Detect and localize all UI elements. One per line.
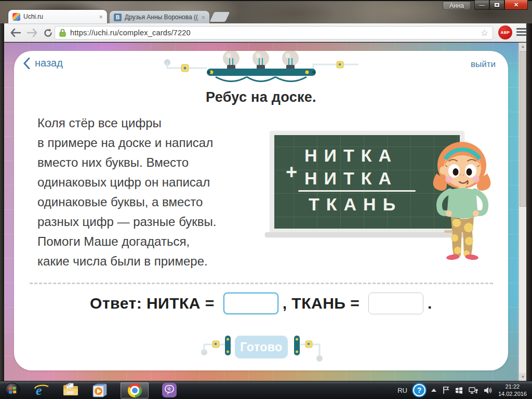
page-scrollbar[interactable]: ▲ ▼ [518,43,526,381]
tray-expand-icon[interactable] [431,389,436,392]
menu-icon[interactable] [516,28,527,37]
light-string-decoration [161,51,369,85]
vk-favicon: В [114,14,122,21]
equation-sum: ТКАНЬ [309,194,402,215]
internet-explorer-icon[interactable]: e [33,382,50,398]
clock-date: 14.02.2016 [498,390,527,397]
close-icon: ✕ [514,2,518,8]
window-border-left [0,23,4,381]
scroll-up-icon[interactable]: ▲ [519,43,526,50]
tkan-input[interactable] [368,292,423,314]
minimize-button[interactable]: — [474,0,489,10]
taskbar: e [0,381,532,399]
viber-icon[interactable] [161,382,178,398]
nitka-input[interactable] [223,292,278,314]
maximize-button[interactable] [489,0,504,10]
close-button[interactable]: ✕ [504,0,528,10]
scroll-down-icon[interactable]: ▼ [519,373,526,381]
action-center-flag-icon[interactable] [442,386,449,394]
answer-period: . [428,295,432,312]
minimize-icon: — [479,2,485,8]
adblock-icon[interactable]: ABP [498,25,512,39]
tab-label: Uchi.ru [23,13,97,20]
tab-close-icon[interactable]: × [201,14,205,21]
help-tray-icon[interactable]: ? [413,384,425,396]
chrome-icon [128,383,142,397]
window-border-right [526,23,532,381]
start-button[interactable] [4,382,21,398]
maximize-icon [495,3,499,7]
scrollbar-thumb[interactable] [520,51,526,207]
bookmark-star-icon[interactable]: ☆ [481,28,488,38]
url-text[interactable]: https://uchi.ru/complex_cards/7220 [70,29,481,37]
tab-vk[interactable]: В Друзья Анны Воронова (( × [110,11,209,23]
answer-label-nitka: Ответ: НИТКА = [90,295,219,312]
get-windows-icon[interactable] [455,387,463,394]
answer-label-tkan: , ТКАНЬ = [283,295,364,312]
chrome-taskbar-button[interactable] [121,382,149,398]
tab-label: Друзья Анны Воронова (( [125,14,199,21]
https-lock-icon [59,29,66,37]
language-indicator[interactable]: RU [397,387,407,394]
browser-toolbar: https://uchi.ru/complex_cards/7220 ☆ ABP [4,23,526,42]
uchi-favicon [12,13,20,21]
answer-row: Ответ: НИТКА = , ТКАНЬ = . [14,292,508,314]
back-label: назад [35,57,63,69]
equation-addend1: НИТКА [304,145,398,166]
tab-uchi[interactable]: Uchi.ru × [8,10,107,23]
task-text: Коля стёр все цифры в примере на доске и… [37,113,266,271]
profile-button[interactable]: Анна [443,1,471,10]
tab-close-icon[interactable]: × [99,13,103,21]
equation-addend2: НИТКА [304,168,398,189]
done-button[interactable]: Готово [235,336,288,358]
media-player-icon[interactable] [91,382,108,398]
profile-name: Анна [449,2,464,9]
equation-line [298,190,416,192]
forward-nav-icon[interactable] [26,26,38,39]
file-explorer-icon[interactable] [62,382,79,398]
equation-plus: + [286,161,297,183]
volume-tray-icon[interactable] [484,387,493,394]
logout-link[interactable]: выйти [471,59,496,70]
window-controls: — ✕ [474,0,528,10]
page-background: назад выйти [4,43,526,381]
back-link[interactable]: назад [23,57,63,69]
task-card: назад выйти [14,51,508,370]
dashed-separator [30,283,493,284]
chevron-left-icon [23,58,30,69]
girl-character [422,138,500,260]
taskbar-clock[interactable]: 21:22 14.02.2016 [498,383,527,397]
reload-icon[interactable] [42,26,54,39]
page-title: Ребус на доске. [14,89,508,105]
clock-time: 21:22 [498,383,527,390]
back-nav-icon[interactable] [9,26,22,39]
address-bar[interactable]: https://uchi.ru/complex_cards/7220 ☆ [55,26,493,39]
network-tray-icon[interactable] [469,387,478,394]
